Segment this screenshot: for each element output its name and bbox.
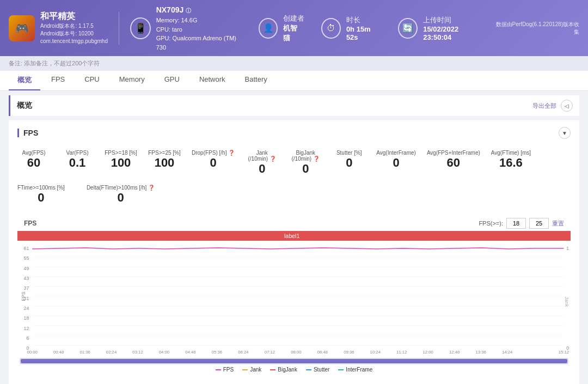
device-name: NX709J ⓘ (156, 4, 242, 16)
stat-fps-25-value: 100 (155, 156, 175, 170)
fps-chart-container: FPS FPS(>=): 重置 label1 61 55 49 (17, 211, 571, 379)
upload-info: 上传时间 15/02/2022 23:50:04 (423, 15, 485, 41)
device-gpu: GPU: Qualcomm Adreno (TM) 730 (156, 34, 242, 52)
svg-text:1: 1 (566, 246, 569, 251)
upload-icon: 🔄 (398, 18, 418, 39)
svg-text:43: 43 (24, 276, 29, 281)
stat-ftime-100-label: FTime>=100ms [%] (17, 185, 65, 191)
stat-stutter: Stutter [%] 0 (333, 150, 365, 176)
stat-fps-18: FPS>=18 [%] 100 (105, 150, 137, 176)
stat-bigjank: BigJank(/10min) ❓ 0 (289, 150, 322, 176)
creator-label: 创建者 (283, 14, 305, 23)
stutter-legend-label: Stutter (314, 367, 329, 373)
duration-block: ⏱ 时长 0h 15m 52s (321, 15, 382, 41)
stat-drop-fps-label: Drop(FPS) [/h] ❓ (192, 150, 235, 156)
device-info-block: 📱 NX709J ⓘ Memory: 14.6G CPU: taro GPU: … (130, 4, 242, 52)
stat-ftime-label: Avg(FTime) [ms] (491, 150, 531, 156)
app-package: com.tencent.tmgp.pubgmhd (40, 38, 108, 45)
main-content: 概览 导出全部 ◁ FPS ▼ Avg(FPS) 60 Var(FPS) 0.1… (0, 91, 588, 384)
threshold1-input[interactable] (506, 218, 526, 229)
tab-overview[interactable]: 概览 (9, 71, 40, 90)
tab-gpu[interactable]: GPU (156, 71, 188, 90)
upload-block: 🔄 上传时间 15/02/2022 23:50:04 (398, 15, 485, 41)
collapse-fps-button[interactable]: ▼ (559, 127, 571, 139)
stat-drop-fps-value: 0 (210, 156, 217, 170)
chart-legend: FPS Jank BigJank Stutter InterFrame (17, 364, 571, 375)
fps-chart-svg: label1 61 55 49 43 37 31 24 18 12 6 0 1 … (17, 231, 571, 356)
svg-text:03:12: 03:12 (132, 350, 143, 355)
svg-text:00:00: 00:00 (27, 350, 38, 355)
app-android-code: Android版本号: 10200 (40, 30, 108, 38)
fps-section-header: FPS ▼ (17, 127, 571, 139)
fps-threshold-controls: FPS(>=): 重置 (479, 218, 564, 229)
duration-label: 时长 (346, 15, 382, 25)
app-icon: 🎮 (9, 15, 35, 41)
creator-info: 创建者 机智 猫 (283, 14, 305, 43)
stat-fps-18-label: FPS>=18 [%] (105, 150, 137, 156)
fps-title: FPS (17, 129, 38, 137)
stat-jank-value: 0 (259, 162, 265, 176)
collapse-overview-button[interactable]: ◁ (561, 100, 573, 112)
app-info-block: 🎮 和平精英 Android版本名: 1.17.5 Android版本号: 10… (9, 11, 108, 45)
main-tabs: 概览 FPS CPU Memory GPU Network Battery (0, 71, 588, 91)
fps-stats-row2: FTime>=100ms [%] 0 Delta(FTime)>100ms [/… (17, 180, 571, 209)
creator-block: 👤 创建者 机智 猫 (259, 14, 305, 43)
svg-text:6: 6 (26, 336, 29, 341)
tab-memory[interactable]: Memory (111, 71, 154, 90)
chart-scrollbar[interactable] (20, 358, 568, 364)
svg-text:18: 18 (24, 315, 29, 321)
svg-text:12:48: 12:48 (449, 350, 460, 355)
svg-text:12:00: 12:00 (423, 350, 434, 355)
svg-text:01:36: 01:36 (79, 350, 90, 355)
stat-interframe-value: 0 (393, 156, 399, 170)
svg-text:07:12: 07:12 (265, 350, 275, 355)
stat-fps-25-label: FPS>=25 [%] (148, 150, 180, 156)
stat-delta-ftime-value: 0 (117, 191, 124, 205)
interframe-legend-dot (338, 369, 344, 370)
stat-delta-ftime-label: Delta(FTime)>100ms [/h] ❓ (87, 185, 155, 191)
svg-text:24: 24 (24, 306, 29, 311)
svg-text:00:48: 00:48 (53, 350, 64, 355)
bigjank-legend-label: BigJank (278, 367, 297, 373)
export-button[interactable]: 导出全部 (532, 102, 556, 110)
threshold2-input[interactable] (529, 218, 549, 229)
stat-fps-18-value: 100 (111, 156, 131, 170)
jank-legend-dot (242, 369, 248, 370)
chart-top-bar: FPS FPS(>=): 重置 (17, 216, 571, 231)
app-android-version: Android版本名: 1.17.5 (40, 22, 108, 30)
duration-value: 0h 15m 52s (346, 25, 382, 41)
reset-button[interactable]: 重置 (552, 220, 564, 228)
fps-chart: label1 61 55 49 43 37 31 24 18 12 6 0 1 … (17, 231, 571, 358)
stat-ftime: Avg(FTime) [ms] 16.6 (491, 150, 531, 176)
stat-var-fps-value: 0.1 (69, 156, 86, 170)
fps-gte-label: FPS(>=): (479, 220, 503, 227)
tab-network[interactable]: Network (191, 71, 234, 90)
svg-text:06:24: 06:24 (238, 350, 249, 355)
svg-text:55: 55 (24, 255, 29, 261)
tab-fps[interactable]: FPS (42, 71, 74, 90)
note-bar: 备注: 添加备注，不超过200个字符 (0, 56, 588, 71)
stat-var-fps-label: Var(FPS) (66, 150, 89, 156)
header-divider-1 (119, 12, 119, 45)
stat-delta-ftime: Delta(FTime)>100ms [/h] ❓ 0 (87, 185, 155, 205)
svg-text:08:00: 08:00 (291, 350, 302, 355)
stat-jank-label: Jank(/10min) ❓ (248, 150, 276, 162)
svg-text:02:24: 02:24 (106, 350, 117, 355)
tab-cpu[interactable]: CPU (76, 71, 108, 90)
svg-text:61: 61 (24, 246, 29, 251)
upload-label: 上传时间 (423, 15, 485, 25)
data-source: 数据由PerfDog(6.1.220128)版本收集 (495, 21, 579, 36)
bigjank-legend-dot (270, 369, 275, 370)
stat-avg-fps-value: 60 (27, 156, 40, 170)
interframe-legend-label: InterFrame (346, 367, 372, 373)
fps-legend-label: FPS (223, 367, 234, 373)
stat-interframe-label: Avg(InterFrame) (376, 150, 416, 156)
app-name: 和平精英 (40, 11, 108, 22)
tab-battery[interactable]: Battery (236, 71, 276, 90)
upload-value: 15/02/2022 23:50:04 (423, 25, 485, 41)
svg-text:11:12: 11:12 (396, 350, 407, 355)
stat-fps-interframe-label: Avg(FPS+InterFrame) (427, 150, 480, 156)
svg-text:label1: label1 (284, 233, 299, 239)
fps-stats-row1: Avg(FPS) 60 Var(FPS) 0.1 FPS>=18 [%] 100… (17, 145, 571, 180)
legend-jank: Jank (242, 367, 261, 373)
